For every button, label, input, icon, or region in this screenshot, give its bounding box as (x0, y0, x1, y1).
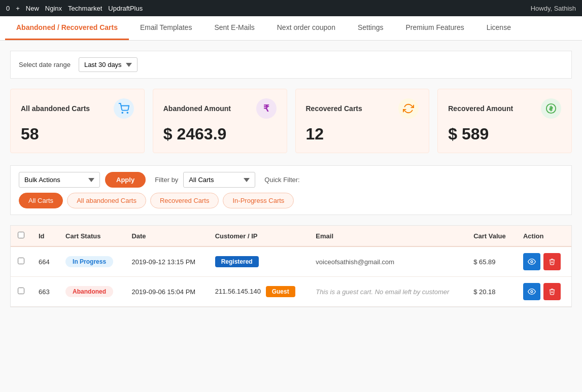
row-checkbox-663 (11, 277, 31, 307)
th-id: Id (31, 226, 58, 246)
table-row: 664 In Progress 2019-09-12 13:15 PM Regi… (11, 246, 571, 277)
admin-bar-item-plus[interactable]: + (16, 5, 20, 12)
row-checkbox-input-664[interactable] (18, 258, 24, 264)
stat-icon-rupee: ₹ (256, 98, 277, 119)
stat-icon-money (541, 98, 561, 119)
quick-filter-label: Quick Filter: (264, 176, 299, 184)
th-cart-value: Cart Value (466, 226, 516, 246)
th-checkbox (11, 226, 31, 246)
row-email-663: This is a guest cart. No email left by c… (309, 277, 466, 307)
row-customer-664: Registered (208, 246, 309, 277)
row-checkbox-input-663[interactable] (18, 288, 24, 294)
action-btns-663 (523, 283, 564, 300)
tab-premium-features[interactable]: Premium Features (395, 16, 475, 40)
stat-value-abandoned-amount: $ 2463.9 (163, 125, 277, 144)
view-button-664[interactable] (523, 253, 540, 270)
table-header-row: Id Cart Status Date Customer / IP Email … (11, 226, 571, 246)
th-cart-status: Cart Status (58, 226, 124, 246)
status-badge-663: Abandoned (65, 286, 113, 297)
stat-value-abandoned: 58 (21, 125, 134, 144)
apply-button[interactable]: Apply (105, 172, 146, 188)
tab-email-templates[interactable]: Email Templates (129, 16, 203, 40)
date-filter-label: Select date range (19, 61, 71, 68)
tab-sent-emails[interactable]: Sent E-Mails (203, 16, 265, 40)
date-filter-select[interactable]: Last 7 days Last 30 days Last 90 days Th… (79, 57, 138, 72)
stats-row: All abandoned Carts 58 Abandoned Amount … (10, 89, 572, 153)
page-wrap: Abandoned / Recovered Carts Email Templa… (0, 16, 582, 392)
row-actions-663 (516, 277, 571, 307)
stat-icon-cart (114, 98, 134, 119)
qf-btn-recovered-carts[interactable]: Recovered Carts (150, 193, 219, 208)
row-date-663: 2019-09-06 15:04 PM (124, 277, 208, 307)
admin-bar-user: Howdy, Sathish (531, 5, 576, 12)
stat-title-recovered-amount: Recovered Amount (448, 104, 513, 113)
admin-bar-item-updraftplus[interactable]: UpdraftPlus (108, 5, 143, 12)
row-cart-value-663: $ 20.18 (466, 277, 516, 307)
email-gray-663: This is a guest cart. No email left by c… (316, 288, 449, 296)
row-customer-663: 211.56.145.140 Guest (208, 277, 309, 307)
th-customer: Customer / IP (208, 226, 309, 246)
row-actions-664 (516, 246, 571, 277)
stat-card-header-3: Recovered Amount (448, 98, 561, 119)
delete-button-664[interactable] (543, 253, 561, 270)
stat-title-abandoned: All abandoned Carts (21, 104, 90, 113)
th-email: Email (309, 226, 466, 246)
main-content: Select date range Last 7 days Last 30 da… (0, 41, 582, 392)
stat-title-recovered: Recovered Carts (306, 104, 362, 113)
stat-card-header-1: Abandoned Amount ₹ (163, 98, 277, 119)
svg-point-3 (531, 261, 533, 263)
row-email-664: voiceofsathish@gmail.com (309, 246, 466, 277)
action-btns-664 (523, 253, 564, 270)
admin-bar-item-techmarket[interactable]: Techmarket (68, 5, 102, 12)
qf-btn-all-carts[interactable]: All Carts (19, 193, 63, 208)
customer-ip-663: 211.56.145.140 (215, 288, 261, 295)
row-cart-value-664: $ 65.89 (466, 246, 516, 277)
status-badge-664: In Progress (65, 256, 113, 267)
view-button-663[interactable] (523, 283, 540, 300)
stat-card-recovered-amount: Recovered Amount $ 589 (437, 89, 572, 153)
stat-value-recovered: 12 (306, 125, 419, 144)
row-status-663: Abandoned (58, 277, 124, 307)
admin-bar-left: 0 + New Nginx Techmarket UpdraftPlus (6, 5, 523, 12)
admin-bar-item-nginx[interactable]: Nginx (45, 5, 62, 12)
svg-point-1 (127, 112, 128, 113)
row-id-664: 664 (31, 246, 58, 277)
stat-card-abandoned-amount: Abandoned Amount ₹ $ 2463.9 (153, 89, 287, 153)
tab-license[interactable]: License (475, 16, 522, 40)
select-all-checkbox[interactable] (18, 232, 24, 238)
admin-bar-item-new[interactable]: New (26, 5, 39, 12)
qf-btn-inprogress-carts[interactable]: In-Progress Carts (223, 193, 294, 208)
tabs-bar: Abandoned / Recovered Carts Email Templa… (0, 16, 582, 41)
tab-next-order-coupon[interactable]: Next order coupon (266, 16, 347, 40)
tab-settings[interactable]: Settings (347, 16, 395, 40)
stat-icon-refresh (398, 98, 419, 119)
stat-card-abandoned: All abandoned Carts 58 (10, 89, 145, 153)
th-action: Action (516, 226, 571, 246)
filter-by-label: Filter by (155, 176, 178, 184)
svg-point-4 (531, 291, 533, 293)
admin-bar-item-0: 0 (6, 5, 10, 12)
stat-value-recovered-amount: $ 589 (448, 125, 561, 144)
qf-btn-abandoned-carts[interactable]: All abandoned Carts (67, 193, 146, 208)
email-text-664: voiceofsathish@gmail.com (316, 258, 394, 266)
carts-table-wrap: Id Cart Status Date Customer / IP Email … (10, 225, 572, 307)
carts-table: Id Cart Status Date Customer / IP Email … (11, 226, 571, 307)
table-row: 663 Abandoned 2019-09-06 15:04 PM 211.56… (11, 277, 571, 307)
quick-filter-buttons: All Carts All abandoned Carts Recovered … (19, 193, 294, 208)
delete-button-663[interactable] (543, 283, 561, 300)
customer-badge-664: Registered (215, 256, 259, 267)
svg-point-0 (122, 112, 123, 113)
row-date-664: 2019-09-12 13:15 PM (124, 246, 208, 277)
stat-card-header-0: All abandoned Carts (21, 98, 134, 119)
filter-bar: Bulk Actions Apply Filter by All Carts A… (10, 165, 572, 215)
stat-title-abandoned-amount: Abandoned Amount (163, 104, 231, 113)
bulk-actions-select[interactable]: Bulk Actions (19, 172, 100, 188)
row-checkbox-664 (11, 246, 31, 277)
admin-bar: 0 + New Nginx Techmarket UpdraftPlus How… (0, 0, 582, 16)
filter-by-select[interactable]: All Carts Abandoned Carts Recovered Cart… (183, 172, 255, 188)
row-status-664: In Progress (58, 246, 124, 277)
th-date: Date (124, 226, 208, 246)
tab-abandoned-recovered[interactable]: Abandoned / Recovered Carts (5, 16, 129, 40)
stat-card-header-2: Recovered Carts (306, 98, 419, 119)
customer-badge-663: Guest (266, 286, 295, 297)
